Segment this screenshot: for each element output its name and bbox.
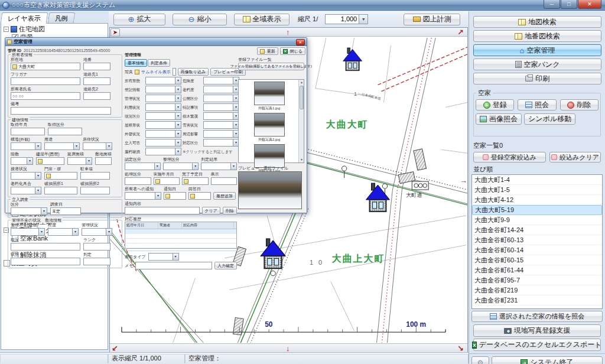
dialog-title-bar[interactable]: 空家管理 ✕ <box>5 38 307 46</box>
settings-button[interactable]: ⚙ <box>471 356 489 364</box>
field-input-所有者氏名[interactable]: ○○ ○○ <box>11 92 80 100</box>
scale-combo[interactable]: 1,000 ▾ <box>325 14 368 24</box>
history-row[interactable] <box>125 243 236 248</box>
nav-地図検索[interactable]: 地図検索 <box>473 16 601 28</box>
action-画像照会[interactable]: 画像照会 <box>476 113 522 125</box>
photo-preview[interactable] <box>238 171 302 209</box>
action-シンボル移動[interactable]: シンボル移動 <box>524 113 575 125</box>
list-item[interactable]: 大曲金谷町95-7 <box>472 275 602 285</box>
field-select-整理区分[interactable]: ▾ <box>163 162 199 170</box>
select-tool-button[interactable]: ➤ <box>110 28 120 37</box>
dropdown-arrow-icon[interactable]: ▾ <box>175 112 181 120</box>
dialog-close-button2[interactable]: ✕閉じる <box>280 47 305 55</box>
list-item[interactable]: 大曲金谷町60-15 <box>472 255 602 265</box>
field-input-破損箇所1[interactable] <box>44 187 77 194</box>
action-照会[interactable]: 照会 <box>518 99 556 110</box>
field-select-構造(外観)[interactable]: ▾ <box>11 142 41 150</box>
field-select-階数[interactable]: ▾ <box>11 157 33 165</box>
tree-item-住宅地図[interactable]: −住宅地図 <box>1 25 108 33</box>
exit-button[interactable]: ➔システム終了 <box>492 356 603 364</box>
pan-up-arrow[interactable]: ↑ <box>286 28 290 36</box>
dropdown-arrow-icon[interactable]: ▾ <box>175 103 181 111</box>
dropdown-arrow-icon[interactable]: ▾ <box>175 130 181 138</box>
field-select-管理状況[interactable]: ▾ <box>145 95 181 102</box>
dropdown-arrow-icon[interactable]: ▾ <box>106 142 112 150</box>
memo-type-select[interactable]: ▾ <box>148 253 179 261</box>
dropdown-arrow-icon[interactable]: ▾ <box>41 207 47 215</box>
field-select-外壁状況[interactable]: ▾ <box>145 130 181 138</box>
dropdown-arrow-icon[interactable]: ▾ <box>175 148 181 155</box>
dialog-tab-基本情報[interactable]: 基本情報 <box>125 59 147 67</box>
list-item[interactable]: 大曲大町1-4 <box>472 175 602 185</box>
photo-thumbnail[interactable] <box>254 144 285 168</box>
field-input-門扉・塀[interactable] <box>44 172 77 180</box>
field-select-対応区分[interactable]: ▾ <box>203 139 239 147</box>
field-input-所在地[interactable]: 大曲大町 <box>11 63 80 70</box>
filter-clear-button[interactable]: 絞込みクリア <box>549 152 601 162</box>
delete-row-button[interactable]: 削除 <box>223 207 237 214</box>
dropdown-arrow-icon[interactable]: ▾ <box>38 228 45 236</box>
dropdown-arrow-icon[interactable]: ▾ <box>230 162 237 170</box>
minimize-button[interactable]: ─ <box>544 0 560 9</box>
photo-thumbnail[interactable] <box>254 82 285 105</box>
field-select-延床面積[interactable]: ▾ <box>67 157 92 165</box>
nav-空家管理[interactable]: ⌂空家管理 <box>473 44 601 56</box>
history-row[interactable] <box>125 229 236 234</box>
list-item[interactable]: 大曲金谷町231 <box>472 295 602 306</box>
list-item[interactable]: 大曲金谷町14-24 <box>472 225 602 235</box>
photo-thumb-item[interactable]: 外観写真2.jpg <box>240 113 298 142</box>
field-select-特記事項[interactable]: ▾ <box>203 103 239 111</box>
photo-scrollbar[interactable]: ▲▼ <box>298 80 304 162</box>
field-select-程度[interactable]: ▾ <box>48 228 79 236</box>
field-select-居住状況[interactable]: ▾ <box>83 142 112 150</box>
full-extent-button[interactable]: 全域表示 <box>234 14 290 25</box>
pan-sw-arrow[interactable]: ↙ <box>112 344 118 352</box>
excel-export-button[interactable]: Xデータベースのエクセルエクスポート <box>473 339 601 351</box>
field-input-完了予定日[interactable] <box>182 177 209 185</box>
nav-印刷[interactable]: 印刷 <box>473 73 601 84</box>
memo-input[interactable] <box>135 262 212 269</box>
field-input-現況[interactable] <box>11 243 80 251</box>
field-input-破損箇所2[interactable] <box>80 187 110 194</box>
notice-select[interactable]: ▾ <box>125 192 161 200</box>
dropdown-arrow-icon[interactable]: ▾ <box>192 162 199 170</box>
pan-right-arrow[interactable]: → <box>460 177 467 184</box>
update-button[interactable]: 更新 <box>257 47 278 55</box>
dropdown-arrow-icon[interactable]: ▾ <box>27 157 33 165</box>
dropdown-arrow-icon[interactable]: ▾ <box>175 121 181 129</box>
tree-expander-icon[interactable]: − <box>4 27 9 32</box>
field-select-立入可否[interactable]: ▾ <box>145 139 181 147</box>
dropdown-arrow-icon[interactable]: ▾ <box>35 172 41 180</box>
photo-support-button[interactable]: 現地写真登録支援 <box>473 324 601 337</box>
field-select-認定区分[interactable]: ▾ <box>125 162 161 170</box>
field-input-取得区分[interactable] <box>48 128 82 135</box>
field-select-老朽化具合[interactable]: ▾ <box>11 187 41 194</box>
field-select-所有形態[interactable]: ▾ <box>145 77 181 84</box>
field-input-実施年月日[interactable] <box>154 177 180 185</box>
photo-thumb-item[interactable]: 外観写真1.jpg <box>240 82 298 111</box>
tab-凡例[interactable]: 凡例 <box>47 12 75 24</box>
list-item[interactable]: 大曲大町9-9 <box>472 215 602 225</box>
zoom-in-button[interactable]: ⊕拡大 <box>113 14 165 25</box>
reply-date-input[interactable] <box>188 192 211 200</box>
field-input-敷地面積[interactable] <box>95 157 112 165</box>
inquiry-button[interactable]: 選択された空家の情報を照会 <box>471 311 603 322</box>
clear-button[interactable]: クリア <box>202 207 221 214</box>
field-input-ランク[interactable] <box>83 243 110 251</box>
history-row[interactable] <box>125 239 236 243</box>
field-select-用途[interactable]: ▾ <box>44 142 80 150</box>
dialog-tab-判定条件[interactable]: 判定条件 <box>148 59 170 67</box>
pan-ne-arrow[interactable]: ↗ <box>457 28 464 36</box>
list-item[interactable]: 大曲大町5-19 <box>472 205 602 215</box>
field-select-危険度[interactable]: ▾ <box>203 77 239 84</box>
field-select-雪害状況[interactable]: ▾ <box>203 121 239 129</box>
nav-地番図検索[interactable]: 地番図検索 <box>473 30 601 42</box>
list-item[interactable]: 大曲金谷町60-13 <box>472 235 602 245</box>
zoom-out-button[interactable]: ⊖縮小 <box>173 14 227 25</box>
dropdown-arrow-icon[interactable]: ▾ <box>154 162 161 170</box>
field-select-区分[interactable]: ▾ <box>11 207 47 215</box>
dropdown-arrow-icon[interactable]: ▾ <box>72 228 79 236</box>
field-input-連絡先2[interactable] <box>83 92 110 100</box>
photo-import-button[interactable]: 画像取り込み <box>178 68 209 76</box>
dropdown-arrow-icon[interactable]: ▾ <box>86 157 92 165</box>
